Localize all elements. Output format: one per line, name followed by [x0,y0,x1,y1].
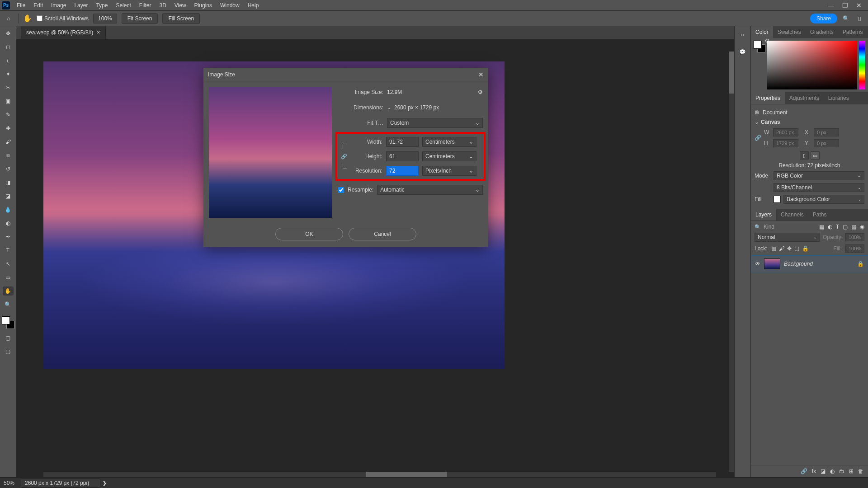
home-button[interactable]: ⌂ [4,14,14,23]
layer-item[interactable]: 👁 Background 🔒 [751,255,868,272]
lock-all-icon[interactable]: 🔒 [802,245,809,252]
tab-gradients[interactable]: Gradients [806,26,838,38]
height-unit-select[interactable]: Centimeters⌄ [422,151,476,161]
menu-type[interactable]: Type [92,2,112,9]
y-field[interactable]: 0 px [814,139,839,147]
tab-color[interactable]: Color [751,26,773,38]
resample-checkbox[interactable] [338,187,344,193]
history-brush-tool[interactable]: ↺ [3,164,14,174]
hue-slider[interactable] [859,41,865,89]
lasso-tool[interactable]: 𝘓 [3,56,14,65]
hand-tool[interactable]: ✋ [3,286,14,296]
screen-mode-icon[interactable]: ▢ [3,347,14,356]
filter-shape-icon[interactable]: ▢ [843,224,848,230]
menu-file[interactable]: File [13,2,29,9]
fit-to-select[interactable]: Custom⌄ [387,118,483,128]
resample-select[interactable]: Automatic⌄ [377,185,483,195]
search-icon[interactable]: 🔍 [755,224,761,230]
vertical-scrollbar[interactable] [729,52,734,472]
search-icon[interactable]: 🔍 [841,14,851,23]
menu-edit[interactable]: Edit [29,2,47,9]
window-minimize-icon[interactable]: — [828,2,834,9]
filter-smart-icon[interactable]: ▧ [851,224,856,230]
color-field[interactable] [767,41,857,89]
gear-icon[interactable]: ⚙ [478,89,483,95]
stamp-tool[interactable]: ⧈ [3,151,14,160]
lock-icon[interactable]: 🔒 [857,261,864,267]
dodge-tool[interactable]: ◐ [3,219,14,228]
lock-position-icon[interactable]: ✥ [787,245,792,252]
width-field[interactable]: 2600 px [773,128,798,136]
marquee-tool[interactable]: ◻ [3,42,14,52]
lock-pixels-icon[interactable]: ▦ [771,245,776,252]
mask-icon[interactable]: ◪ [821,468,826,474]
menu-layer[interactable]: Layer [70,2,92,9]
horizontal-scrollbar[interactable] [43,472,716,477]
blend-mode-select[interactable]: Normal⌄ [755,233,820,242]
landscape-button[interactable]: ▭ [811,151,820,160]
fill-swatch[interactable] [774,196,781,203]
color-fg-bg-swatch[interactable] [754,41,765,52]
brush-tool[interactable]: 🖌 [3,137,14,146]
tab-properties[interactable]: Properties [751,92,785,104]
link-icon[interactable]: 🔗 [755,135,761,141]
visibility-icon[interactable]: 👁 [755,261,760,267]
menu-filter[interactable]: Filter [135,2,156,9]
status-info[interactable]: 2600 px x 1729 px (72 ppi) [21,479,100,488]
width-unit-select[interactable]: Centimeters⌄ [422,137,476,147]
hand-tool-icon[interactable]: ✋ [23,14,32,23]
quick-mask-icon[interactable]: ▢ [3,333,14,343]
height-input[interactable] [386,151,419,161]
layer-fill-field[interactable]: 100% [845,244,864,253]
shape-tool[interactable]: ▭ [3,273,14,282]
wand-tool[interactable]: ✦ [3,70,14,79]
scroll-all-checkbox[interactable]: Scroll All Windows [37,15,89,22]
delete-layer-icon[interactable]: 🗑 [858,468,863,474]
link-layers-icon[interactable]: 🔗 [801,468,807,474]
group-icon[interactable]: 🗀 [839,468,844,474]
opacity-field[interactable]: 100% [845,233,864,241]
gradient-tool[interactable]: ◪ [3,192,14,201]
resolution-input[interactable] [386,166,419,176]
window-restore-icon[interactable]: ❐ [842,2,848,9]
filter-toggle-icon[interactable]: ◉ [860,224,864,230]
window-close-icon[interactable]: ✕ [856,2,862,9]
menu-select[interactable]: Select [112,2,135,9]
filter-kind[interactable]: Kind [764,224,774,230]
fill-screen-button[interactable]: Fill Screen [162,13,200,24]
width-input[interactable] [386,137,419,147]
tab-libraries[interactable]: Libraries [824,92,854,104]
fill-select[interactable]: Background Color⌄ [783,195,864,204]
adjustment-layer-icon[interactable]: ◐ [830,468,835,474]
depth-select[interactable]: 8 Bits/Channel⌄ [774,183,864,192]
filter-adjust-icon[interactable]: ◐ [828,224,832,230]
tab-channels[interactable]: Channels [776,209,808,221]
portrait-button[interactable]: ▯ [800,151,809,160]
lock-artboard-icon[interactable]: ▢ [794,245,799,252]
tab-patterns[interactable]: Patterns [838,26,868,38]
menu-image[interactable]: Image [47,2,70,9]
comments-panel-icon[interactable]: 💬 [738,47,748,57]
tab-layers[interactable]: Layers [751,209,776,221]
constrain-proportions[interactable]: 🔗 [340,144,349,169]
menu-view[interactable]: View [170,2,190,9]
tab-adjustments[interactable]: Adjustments [785,92,824,104]
fx-icon[interactable]: fx [812,468,816,474]
workspace-icon[interactable]: ▯ [854,14,864,23]
history-panel-icon[interactable]: ↔ [738,30,748,40]
new-layer-icon[interactable]: ⊞ [849,468,854,474]
crop-tool[interactable]: ✂ [3,83,14,92]
mode-select[interactable]: RGB Color⌄ [774,171,864,180]
filter-pixel-icon[interactable]: ▦ [819,224,824,230]
type-tool[interactable]: T [3,246,14,255]
menu-help[interactable]: Help [244,2,263,9]
chevron-down-icon[interactable]: ⌄ [387,105,391,110]
status-zoom[interactable]: 50% [4,480,14,486]
eraser-tool[interactable]: ◨ [3,178,14,187]
menu-window[interactable]: Window [216,2,244,9]
filter-type-icon[interactable]: T [836,224,839,230]
close-tab-icon[interactable]: × [97,29,100,36]
menu-3d[interactable]: 3D [155,2,170,9]
ok-button[interactable]: OK [275,228,343,240]
eyedropper-tool[interactable]: ✎ [3,110,14,119]
